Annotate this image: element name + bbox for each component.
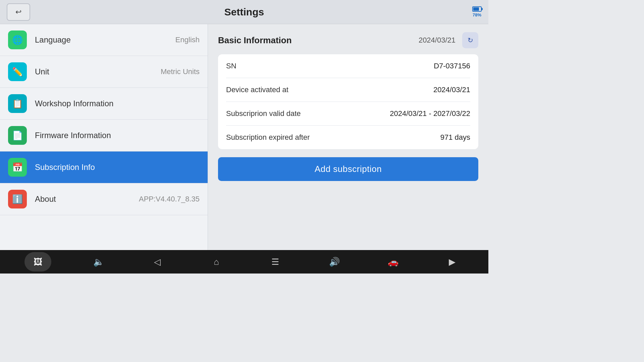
sidebar-item-unit[interactable]: ✏️UnitMetric Units [0,56,208,88]
nav-vol-up-button[interactable]: 🔊 [323,252,346,272]
nav-vol-down-button[interactable]: 🔈 [87,252,110,272]
info-key-1: Device activated at [226,85,288,94]
info-val-3: 971 days [440,133,470,142]
sidebar-item-language[interactable]: 🌐LanguageEnglish [0,24,208,56]
sidebar: 🌐LanguageEnglish✏️UnitMetric Units📋Works… [0,24,208,250]
info-row-1: Device activated at2024/03/21 [226,78,470,102]
info-card: SND7-037156Device activated at2024/03/21… [218,54,478,149]
workshop-icon: 📋 [8,94,27,113]
nav-home-button[interactable]: ⌂ [205,252,228,272]
firmware-icon: 📄 [8,126,27,145]
add-subscription-button[interactable]: Add subscription [218,157,478,181]
gallery-icon: 🖼 [34,257,42,267]
nav-video-button[interactable]: ▶ [440,252,464,272]
battery-area: 78% [472,6,482,17]
language-value: English [175,36,200,44]
sidebar-item-about[interactable]: ℹ️AboutAPP:V4.40.7_8.35 [0,183,208,215]
subscription-label: Subscription Info [35,163,200,172]
battery-fill [473,7,479,11]
menu-icon: ☰ [271,257,279,267]
battery-icon [472,6,482,12]
refresh-icon: ↻ [468,36,473,44]
info-key-0: SN [226,62,236,70]
info-key-2: Subscriprion valid date [226,109,301,118]
car-icon: 🚗 [388,257,398,267]
unit-value: Metric Units [161,67,200,76]
battery-percent: 78% [473,12,481,17]
section-header: Basic Information 2024/03/21 ↻ [218,32,478,48]
sidebar-item-workshop[interactable]: 📋Workshop Information [0,88,208,120]
page-title: Settings [224,6,264,18]
content-area: Basic Information 2024/03/21 ↻ SND7-0371… [208,24,488,250]
video-icon: ▶ [449,257,455,267]
about-icon: ℹ️ [8,190,27,208]
home-icon: ⌂ [214,257,219,267]
sidebar-item-subscription[interactable]: 📅Subscription Info [0,152,208,183]
vol-up-icon: 🔊 [329,257,340,267]
nav-back-icon: ◁ [154,257,161,267]
bottom-nav: 🖼 🔈 ◁ ⌂ ☰ 🔊 🚗 ▶ [0,250,488,274]
back-icon: ↩ [15,8,21,16]
language-label: Language [35,35,167,45]
sidebar-item-firmware[interactable]: 📄Firmware Information [0,120,208,152]
info-row-0: SND7-037156 [226,54,470,78]
info-val-2: 2024/03/21 - 2027/03/22 [390,109,470,118]
section-title: Basic Information [218,35,292,46]
nav-car-button[interactable]: 🚗 [381,252,405,272]
nav-menu-button[interactable]: ☰ [264,252,287,272]
unit-icon: ✏️ [8,62,27,81]
header: ↩ Settings 78% [0,0,488,24]
main-layout: 🌐LanguageEnglish✏️UnitMetric Units📋Works… [0,24,488,250]
vol-down-icon: 🔈 [93,257,104,267]
back-button[interactable]: ↩ [7,3,30,21]
about-label: About [35,194,131,204]
about-value: APP:V4.40.7_8.35 [139,195,200,203]
info-row-2: Subscriprion valid date2024/03/21 - 2027… [226,102,470,126]
unit-label: Unit [35,67,153,76]
info-row-3: Subscription expired after971 days [226,126,470,149]
language-icon: 🌐 [8,31,27,49]
info-val-0: D7-037156 [434,62,470,70]
refresh-button[interactable]: ↻ [462,32,478,48]
subscription-icon: 📅 [8,158,27,177]
firmware-label: Firmware Information [35,131,200,140]
info-val-1: 2024/03/21 [433,85,470,94]
nav-gallery-button[interactable]: 🖼 [24,252,51,272]
workshop-label: Workshop Information [35,99,200,108]
nav-back-button[interactable]: ◁ [146,252,169,272]
section-date: 2024/03/21 [419,36,455,45]
info-key-3: Subscription expired after [226,133,310,142]
